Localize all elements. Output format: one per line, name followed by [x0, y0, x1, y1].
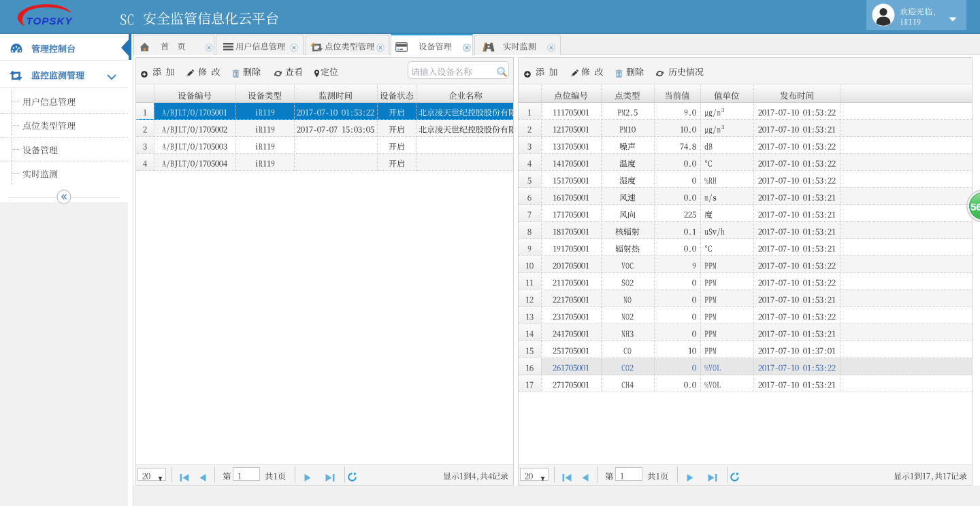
svg-text:TOPSKY: TOPSKY [27, 15, 74, 27]
svg-text:56: 56 [970, 201, 980, 212]
